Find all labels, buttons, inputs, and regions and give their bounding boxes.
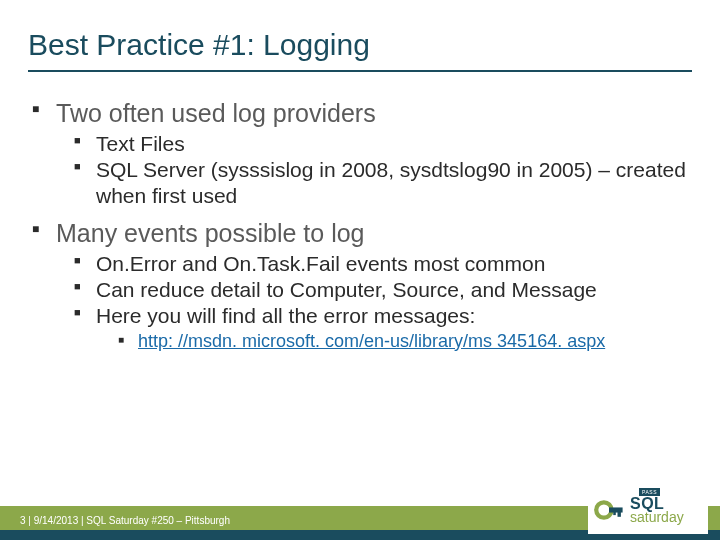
bullet-lvl2: On.Error and On.Task.Fail events most co… <box>74 251 692 276</box>
bullet-text: SQL Server (sysssislog in 2008, sysdtslo… <box>96 158 686 206</box>
bullet-lvl2: SQL Server (sysssislog in 2008, sysdtslo… <box>74 157 692 207</box>
logo-pass-badge: PASS <box>639 488 660 496</box>
bullet-lvl1: Two often used log providers Text Files … <box>32 98 692 208</box>
bullet-lvl2: Here you will find all the error message… <box>74 303 692 352</box>
bullet-text: Many events possible to log <box>56 219 365 247</box>
bullet-link[interactable]: http: //msdn. microsoft. com/en-us/libra… <box>138 331 605 351</box>
bullet-lvl1: Many events possible to log On.Error and… <box>32 218 692 352</box>
bullet-text: Here you will find all the error message… <box>96 304 475 327</box>
bullet-text: On.Error and On.Task.Fail events most co… <box>96 252 545 275</box>
bullet-lvl2: Can reduce detail to Computer, Source, a… <box>74 277 692 302</box>
sql-saturday-logo: PASS SQL saturday <box>588 486 708 534</box>
key-icon <box>592 493 626 527</box>
bullet-text: Text Files <box>96 132 185 155</box>
slide-title: Best Practice #1: Logging <box>28 28 692 72</box>
logo-text: SQL saturday <box>630 497 684 524</box>
footer: 3 | 9/14/2013 | SQL Saturday #250 – Pitt… <box>0 492 720 540</box>
bullet-lvl2: Text Files <box>74 131 692 156</box>
bullet-text: Can reduce detail to Computer, Source, a… <box>96 278 597 301</box>
svg-rect-2 <box>618 512 621 517</box>
bullet-text: Two often used log providers <box>56 99 376 127</box>
bullet-lvl3: http: //msdn. microsoft. com/en-us/libra… <box>118 331 692 353</box>
slide-content: Two often used log providers Text Files … <box>28 98 692 352</box>
logo-saturday-text: saturday <box>630 511 684 524</box>
slide: Best Practice #1: Logging Two often used… <box>0 0 720 540</box>
svg-rect-3 <box>613 512 616 515</box>
footer-text: 3 | 9/14/2013 | SQL Saturday #250 – Pitt… <box>20 515 230 526</box>
